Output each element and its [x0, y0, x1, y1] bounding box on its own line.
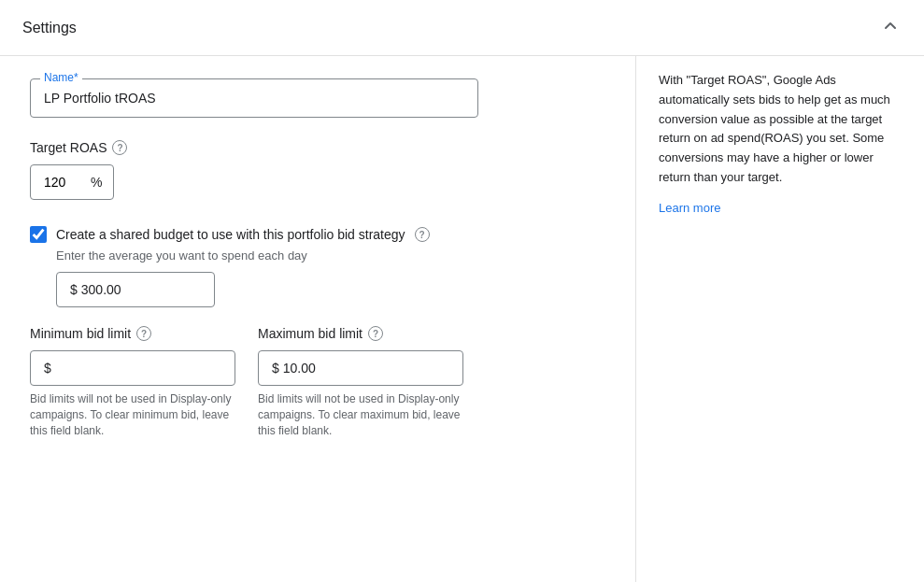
roas-percent-sign: % [91, 175, 102, 190]
max-bid-input[interactable] [283, 361, 449, 376]
target-roas-help-icon[interactable]: ? [112, 140, 127, 155]
roas-input-box: % [30, 164, 114, 200]
max-bid-currency: $ [272, 361, 279, 376]
min-bid-input-wrapper: $ [30, 350, 235, 386]
settings-body: Name* Target ROAS ? % Create [0, 56, 924, 582]
shared-budget-help-icon[interactable]: ? [415, 227, 430, 242]
settings-left-panel: Name* Target ROAS ? % Create [0, 56, 635, 582]
name-input[interactable] [44, 91, 464, 106]
max-bid-label-row: Maximum bid limit ? [258, 326, 463, 341]
right-description: With "Target ROAS", Google Ads automatic… [659, 71, 893, 188]
name-field-group: Name* [30, 78, 605, 118]
min-bid-currency: $ [44, 361, 51, 376]
min-bid-label: Minimum bid limit [30, 326, 131, 341]
max-bid-hint: Bid limits will not be used in Display-o… [258, 391, 463, 438]
learn-more-link[interactable]: Learn more [659, 201, 720, 215]
bid-limits-section: Minimum bid limit ? $ Bid limits will no… [30, 326, 605, 438]
budget-hint: Enter the average you want to spend each… [56, 248, 605, 263]
shared-budget-checkbox[interactable] [30, 226, 47, 243]
min-bid-col: Minimum bid limit ? $ Bid limits will no… [30, 326, 235, 438]
max-bid-input-wrapper: $ [258, 350, 463, 386]
settings-title: Settings [22, 20, 77, 36]
budget-currency-symbol: $ [70, 282, 78, 297]
chevron-up-icon[interactable] [879, 15, 902, 40]
shared-budget-label: Create a shared budget to use with this … [56, 227, 405, 242]
min-bid-help-icon[interactable]: ? [136, 326, 151, 341]
budget-input[interactable] [81, 282, 201, 297]
max-bid-label: Maximum bid limit [258, 326, 362, 341]
roas-input[interactable] [44, 175, 91, 190]
max-bid-col: Maximum bid limit ? $ Bid limits will no… [258, 326, 463, 438]
settings-header: Settings [0, 0, 924, 56]
min-bid-label-row: Minimum bid limit ? [30, 326, 235, 341]
budget-input-wrapper: $ [56, 272, 215, 307]
shared-budget-section: Create a shared budget to use with this … [30, 226, 605, 307]
settings-container: Settings Name* Target ROAS ? [0, 0, 924, 582]
target-roas-section: Target ROAS ? % [30, 140, 605, 200]
max-bid-help-icon[interactable]: ? [368, 326, 383, 341]
target-roas-label-row: Target ROAS ? [30, 140, 605, 155]
min-bid-input[interactable] [55, 361, 221, 376]
settings-right-panel: With "Target ROAS", Google Ads automatic… [635, 56, 916, 582]
target-roas-label: Target ROAS [30, 140, 107, 155]
shared-budget-checkbox-row: Create a shared budget to use with this … [30, 226, 605, 243]
name-input-wrapper: Name* [30, 78, 478, 118]
min-bid-hint: Bid limits will not be used in Display-o… [30, 391, 235, 438]
name-label: Name* [40, 71, 82, 84]
